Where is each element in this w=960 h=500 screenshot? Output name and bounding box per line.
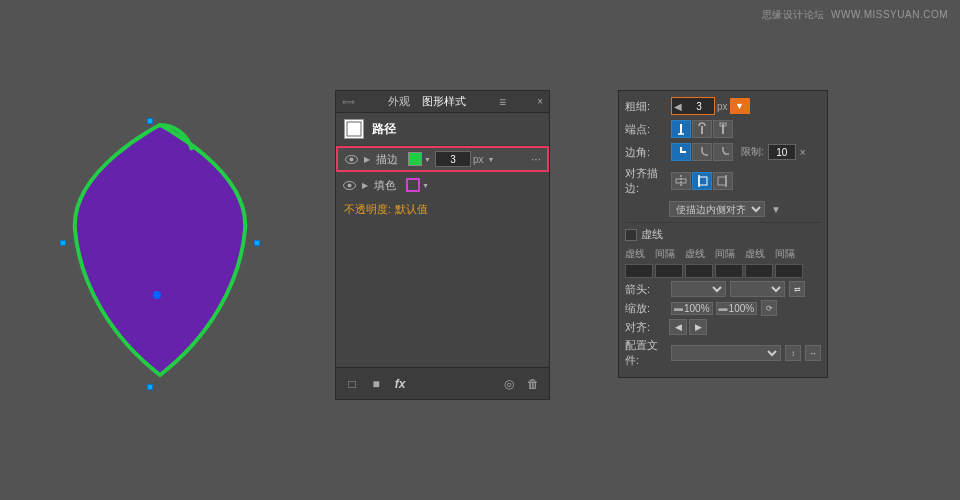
tab-appearance[interactable]: 外观 — [386, 94, 412, 109]
panel-resize-icon: ⟺ — [342, 97, 355, 107]
end-cap-label: 端点: — [625, 122, 667, 137]
scale-icon-1: ▬ — [674, 303, 683, 313]
corner-label: 边角: — [625, 145, 667, 160]
stroke-color-box[interactable] — [408, 152, 422, 166]
dashed-checkbox[interactable] — [625, 229, 637, 241]
footer-icons-right: ◎ 🗑 — [501, 376, 541, 392]
arrow-start-select[interactable] — [671, 281, 726, 297]
align-dropdown-row: 使描边内侧对齐 ▼ — [669, 201, 821, 217]
align-stroke-group — [671, 172, 733, 190]
stroke-visibility-eye[interactable] — [344, 154, 358, 164]
handle-top[interactable] — [147, 118, 153, 124]
stroke-width-dec[interactable]: ◀ — [672, 101, 684, 112]
dash-header-4: 间隔 — [715, 247, 743, 261]
limit-label: 限制: — [741, 145, 764, 159]
fx-btn[interactable]: fx — [392, 376, 408, 392]
scale-row: 缩放: ▬ 100% ▬ 100% ⟳ — [625, 300, 821, 316]
scale-label: 缩放: — [625, 301, 667, 316]
align-inside-btn[interactable] — [692, 172, 712, 190]
gap-input-1[interactable] — [655, 264, 683, 278]
canvas-area — [0, 0, 320, 500]
scale-link-btn[interactable]: ⟳ — [761, 300, 777, 316]
arrow-row: 箭头: ⇄ — [625, 281, 821, 297]
svg-point-0 — [153, 291, 161, 299]
fill-color-box[interactable] — [406, 178, 420, 192]
opacity-row: 不透明度: 默认值 — [336, 198, 549, 221]
profile-row: 配置文件: ↕ ↔ — [625, 338, 821, 368]
stroke-width-dropdown[interactable]: ▼ — [488, 156, 495, 163]
gap-input-3[interactable] — [775, 264, 803, 278]
fill-layer-row: ▶ 填色 ▼ — [336, 172, 549, 198]
dash-input-2[interactable] — [685, 264, 713, 278]
stroke-dropdown-arrow: ▼ — [424, 156, 431, 163]
dashed-label: 虚线 — [641, 227, 663, 242]
gap-input-2[interactable] — [715, 264, 743, 278]
arrow-label: 箭头: — [625, 282, 667, 297]
panel-tabs: 外观 图形样式 — [386, 94, 468, 109]
handle-bottom[interactable] — [147, 384, 153, 390]
align-right-btn[interactable]: ▶ — [689, 319, 707, 335]
stroke-px-label: px — [473, 154, 484, 165]
appearance-panel: ⟺ 外观 图形样式 ≡ × 路径 ▶ 描边 ▼ px ▼ ··· — [335, 90, 550, 400]
stroke-width-input[interactable] — [435, 151, 471, 167]
shape-container — [60, 110, 260, 390]
panel-menu-icon[interactable]: ≡ — [499, 95, 506, 109]
divider-1 — [625, 222, 821, 223]
round-join-btn[interactable] — [692, 143, 712, 161]
fill-color-swatch[interactable]: ▼ — [406, 178, 429, 192]
fill-dropdown-arrow: ▼ — [422, 182, 429, 189]
footer-icons-left: □ ■ fx — [344, 376, 408, 392]
align-center-btn[interactable] — [671, 172, 691, 190]
delete-btn[interactable]: 🗑 — [525, 376, 541, 392]
panel-titlebar: ⟺ 外观 图形样式 ≡ × — [336, 91, 549, 113]
stroke-more-btn[interactable]: ··· — [531, 152, 541, 166]
svg-rect-1 — [347, 122, 361, 136]
miter-join-btn[interactable] — [671, 143, 691, 161]
stroke-expand-arrow[interactable]: ▶ — [362, 154, 372, 164]
butt-cap-btn[interactable] — [671, 120, 691, 138]
panel-footer: □ ■ fx ◎ 🗑 — [336, 367, 549, 399]
stroke-color-swatch[interactable]: ▼ — [408, 152, 431, 166]
limit-input[interactable] — [768, 144, 796, 160]
arrow-end-select[interactable] — [730, 281, 785, 297]
dash-input-row — [625, 264, 821, 278]
svg-point-3 — [349, 157, 353, 161]
new-layer-btn[interactable]: □ — [344, 376, 360, 392]
panel-close-btn[interactable]: × — [537, 96, 543, 107]
profile-select[interactable] — [671, 345, 781, 361]
handle-right[interactable] — [254, 240, 260, 246]
align-stroke-select[interactable]: 使描边内侧对齐 — [669, 201, 765, 217]
align-select-arrow[interactable]: ▼ — [771, 204, 781, 215]
scale-value-2: 100% — [729, 303, 755, 314]
handle-left[interactable] — [60, 240, 66, 246]
teardrop-shape — [60, 110, 260, 390]
dash-input-1[interactable] — [625, 264, 653, 278]
svg-rect-13 — [699, 177, 707, 185]
scale-input-group: ▬ 100% ▬ 100% — [671, 302, 757, 315]
path-label: 路径 — [372, 121, 396, 138]
profile-flip-x-btn[interactable]: ↕ — [785, 345, 801, 361]
opacity-value: 默认值 — [395, 202, 428, 217]
round-cap-btn[interactable] — [692, 120, 712, 138]
layer-thumb-btn[interactable]: ■ — [368, 376, 384, 392]
align-outside-btn[interactable] — [713, 172, 733, 190]
limit-x-btn[interactable]: × — [800, 147, 806, 158]
tab-graphic-styles[interactable]: 图形样式 — [420, 94, 468, 109]
corner-group — [671, 143, 733, 161]
eye-btn[interactable]: ◎ — [501, 376, 517, 392]
stroke-width-field[interactable] — [684, 98, 714, 114]
dash-input-3[interactable] — [745, 264, 773, 278]
stroke-width-dropdown-btn[interactable]: ▼ — [730, 98, 750, 114]
svg-rect-15 — [718, 177, 726, 185]
arrow-swap-btn[interactable]: ⇄ — [789, 281, 805, 297]
stroke-width-container: px — [435, 151, 484, 167]
dash-header-1: 虚线 — [625, 247, 653, 261]
fill-visibility-eye[interactable] — [342, 180, 356, 190]
fill-expand-arrow[interactable]: ▶ — [360, 180, 370, 190]
bevel-join-btn[interactable] — [713, 143, 733, 161]
square-cap-btn[interactable] — [713, 120, 733, 138]
stroke-properties-panel: 粗细: ◀ px ▼ 端点: 边角: — [618, 90, 828, 378]
dash-header-6: 间隔 — [775, 247, 803, 261]
align-left-btn[interactable]: ◀ — [669, 319, 687, 335]
profile-flip-y-btn[interactable]: ↔ — [805, 345, 821, 361]
